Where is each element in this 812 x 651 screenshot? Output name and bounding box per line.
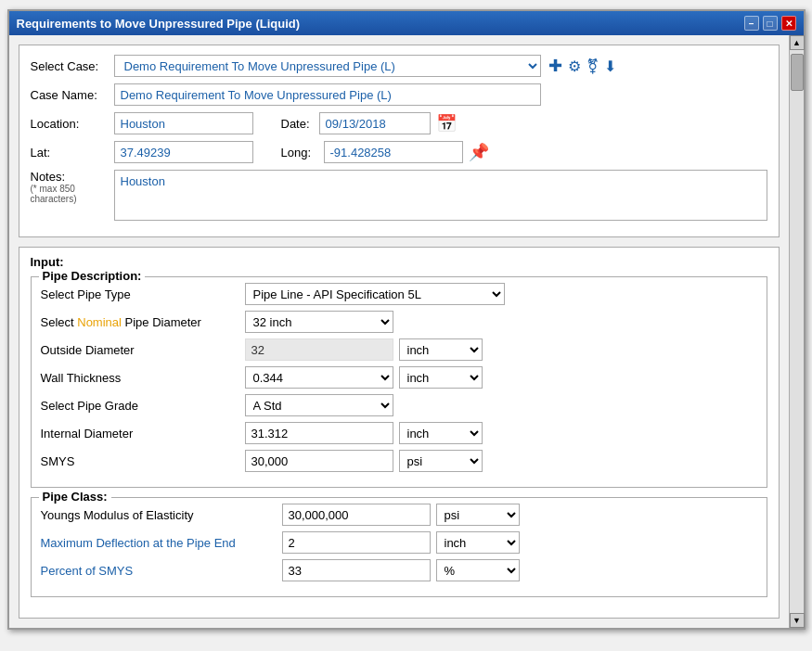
nominal-diameter-label: Select Nominal Pipe Diameter xyxy=(41,315,245,329)
select-case-row: Select Case: Demo Requirement To Move Un… xyxy=(31,55,767,77)
smys-input[interactable] xyxy=(245,450,393,472)
case-select[interactable]: Demo Requirement To Move Unpressured Pip… xyxy=(114,55,541,77)
outside-diameter-unit[interactable]: inch xyxy=(399,338,483,361)
toolbar-icons: ✚ ⚙ ⚧ ⬇ xyxy=(548,56,616,76)
pipe-type-label: Select Pipe Type xyxy=(41,287,245,301)
calendar-icon[interactable]: 📅 xyxy=(436,113,457,134)
outside-diameter-label: Outside Diameter xyxy=(41,343,245,357)
outside-diameter-row: Outside Diameter inch xyxy=(41,338,757,361)
internal-diameter-input[interactable] xyxy=(245,422,393,444)
scrollbar-up-button[interactable]: ▲ xyxy=(790,35,805,50)
pipe-class-group: Pipe Class: Youngs Modulus of Elasticity… xyxy=(31,497,767,597)
internal-diameter-label: Internal Diameter xyxy=(41,427,245,440)
wall-thickness-unit[interactable]: inch xyxy=(399,366,483,389)
pipe-grade-select[interactable]: A Std xyxy=(245,394,393,416)
add-icon[interactable]: ✚ xyxy=(548,56,562,76)
pipe-description-group: Pipe Description: Select Pipe Type Pipe … xyxy=(31,276,767,488)
notes-label-block: Notes: (* max 850 characters) xyxy=(31,170,114,204)
case-name-input[interactable] xyxy=(114,83,541,106)
max-deflection-input[interactable] xyxy=(282,531,431,554)
lat-input[interactable] xyxy=(114,141,253,163)
title-bar: Requirements to Move Unpressured Pipe (L… xyxy=(9,11,804,35)
long-input[interactable] xyxy=(324,141,463,163)
location-input[interactable] xyxy=(114,112,253,134)
nominal-diameter-select[interactable]: 32 inch xyxy=(245,311,393,333)
youngs-row: Youngs Modulus of Elasticity psi xyxy=(41,504,757,526)
pipe-description-legend: Pipe Description: xyxy=(39,269,146,283)
notes-label: Notes: xyxy=(31,170,114,184)
percent-smys-row: Percent of SMYS % xyxy=(41,559,757,581)
date-label: Date: xyxy=(281,117,310,131)
input-legend: Input: xyxy=(31,255,767,269)
youngs-input[interactable] xyxy=(282,504,431,526)
top-section: Select Case: Demo Requirement To Move Un… xyxy=(19,45,780,237)
gear-icon[interactable]: ⚙ xyxy=(568,57,581,75)
pipe-type-select[interactable]: Pipe Line - API Specification 5L xyxy=(245,283,505,305)
pipe-class-legend: Pipe Class: xyxy=(39,490,111,504)
percent-smys-unit[interactable]: % xyxy=(436,559,520,581)
download-icon[interactable]: ⬇ xyxy=(604,57,616,75)
case-name-row: Case Name: xyxy=(31,83,767,106)
smys-row: SMYS psi xyxy=(41,450,757,472)
long-label: Long: xyxy=(281,146,318,160)
maximize-button[interactable]: □ xyxy=(763,16,778,31)
window-container: Select Case: Demo Requirement To Move Un… xyxy=(9,35,804,628)
scrollbar-down-button[interactable]: ▼ xyxy=(790,613,805,628)
percent-smys-label: Percent of SMYS xyxy=(41,564,282,578)
max-deflection-unit[interactable]: inch xyxy=(436,531,520,554)
percent-smys-input[interactable] xyxy=(282,559,431,581)
scrollbar-track: ▲ ▼ xyxy=(789,35,804,628)
select-case-label: Select Case: xyxy=(31,59,114,73)
pipe-grade-label: Select Pipe Grade xyxy=(41,399,245,413)
wall-thickness-label: Wall Thickness xyxy=(41,371,245,385)
max-deflection-row: Maximum Deflection at the Pipe End inch xyxy=(41,531,757,554)
main-content: Select Case: Demo Requirement To Move Un… xyxy=(9,35,789,628)
notes-textarea[interactable] xyxy=(114,170,767,221)
nominal-diameter-row: Select Nominal Pipe Diameter 32 inch xyxy=(41,311,757,333)
pipe-grade-row: Select Pipe Grade A Std xyxy=(41,394,757,416)
internal-diameter-unit[interactable]: inch xyxy=(399,422,483,444)
location-label: Location: xyxy=(31,117,114,131)
max-deflection-label: Maximum Deflection at the Pipe End xyxy=(41,536,282,550)
smys-label: SMYS xyxy=(41,454,245,468)
youngs-label: Youngs Modulus of Elasticity xyxy=(41,508,282,522)
lat-long-row: Lat: Long: 📌 xyxy=(31,141,767,163)
pin-icon[interactable]: 📌 xyxy=(469,142,489,162)
smys-unit[interactable]: psi xyxy=(399,450,483,472)
date-input[interactable] xyxy=(319,112,431,134)
lat-label: Lat: xyxy=(31,146,114,160)
close-button[interactable]: ✕ xyxy=(781,16,796,31)
scrollbar-thumb[interactable] xyxy=(791,54,804,91)
pipe-type-row: Select Pipe Type Pipe Line - API Specifi… xyxy=(41,283,757,305)
share-icon[interactable]: ⚧ xyxy=(586,57,599,75)
case-name-label: Case Name: xyxy=(31,88,114,102)
window-controls: – □ ✕ xyxy=(744,16,796,31)
notes-row: Notes: (* max 850 characters) xyxy=(31,170,767,221)
wall-thickness-select[interactable]: 0.344 xyxy=(245,366,393,389)
location-date-row: Location: Date: 📅 xyxy=(31,112,767,134)
nominal-highlight: Nominal xyxy=(77,315,122,329)
window-title: Requirements to Move Unpressured Pipe (L… xyxy=(17,17,301,31)
main-window: Requirements to Move Unpressured Pipe (L… xyxy=(7,9,806,630)
outside-diameter-input[interactable] xyxy=(245,338,393,361)
content-area: Select Case: Demo Requirement To Move Un… xyxy=(9,35,789,628)
input-section: Input: Pipe Description: Select Pipe Typ… xyxy=(19,247,780,619)
select-case-controls: Demo Requirement To Move Unpressured Pip… xyxy=(114,55,616,77)
youngs-unit[interactable]: psi xyxy=(436,504,520,526)
minimize-button[interactable]: – xyxy=(744,16,759,31)
wall-thickness-row: Wall Thickness 0.344 inch xyxy=(41,366,757,389)
notes-sublabel: (* max 850 characters) xyxy=(31,184,114,204)
internal-diameter-row: Internal Diameter inch xyxy=(41,422,757,444)
